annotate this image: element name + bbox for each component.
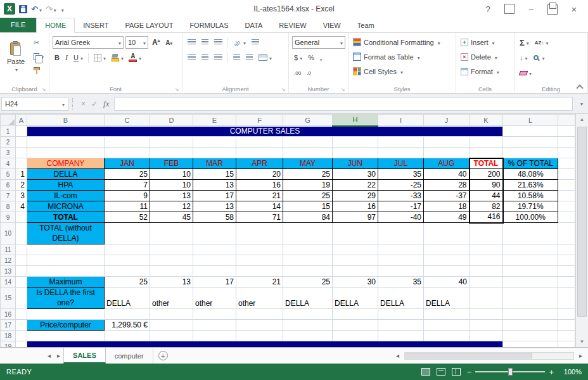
- cell-B19[interactable]: [27, 341, 503, 348]
- cell-B5[interactable]: DELLA: [27, 169, 105, 180]
- cell-G18[interactable]: [283, 331, 333, 341]
- cell-L2[interactable]: [503, 137, 558, 148]
- cell-D5[interactable]: 10: [150, 169, 193, 180]
- cell-D3[interactable]: [150, 148, 193, 158]
- cell-J13[interactable]: [424, 266, 470, 277]
- cell-D9[interactable]: 45: [150, 212, 193, 223]
- cell-F15[interactable]: other: [236, 288, 283, 309]
- cell-G8[interactable]: 15: [283, 201, 333, 212]
- cell-C17[interactable]: 1,299.50 €: [105, 320, 150, 331]
- scroll-down-icon[interactable]: ▼: [580, 336, 585, 347]
- cell-A13[interactable]: [16, 266, 27, 277]
- cell-J7[interactable]: -37: [424, 191, 470, 201]
- new-sheet-icon[interactable]: +: [158, 351, 168, 360]
- cell-A7[interactable]: 3: [16, 191, 27, 201]
- autosum-button[interactable]: Σ: [518, 36, 531, 49]
- cell-F14[interactable]: 21: [236, 277, 283, 288]
- row-header-16[interactable]: 16: [1, 309, 16, 320]
- cell-I17[interactable]: [378, 320, 424, 331]
- paste-button[interactable]: Paste: [3, 40, 29, 73]
- format-button[interactable]: Format: [459, 64, 511, 79]
- column-header-I[interactable]: I: [378, 115, 424, 126]
- decrease-font-button[interactable]: A: [163, 36, 174, 49]
- font-dialog-launcher-icon[interactable]: ↘: [174, 86, 180, 92]
- cell-H4[interactable]: JUN: [333, 158, 378, 169]
- cell-H14[interactable]: 30: [333, 277, 378, 288]
- sheet-tab-sales[interactable]: SALES: [63, 348, 106, 364]
- column-header-D[interactable]: D: [150, 115, 193, 126]
- tab-insert[interactable]: INSERT: [75, 18, 117, 32]
- cell-A14[interactable]: [16, 277, 27, 288]
- cell-B10[interactable]: TOTAL (without DELLA): [27, 223, 105, 244]
- comma-style-button[interactable]: ,: [318, 51, 324, 64]
- italic-button[interactable]: I: [63, 51, 70, 64]
- cell-H18[interactable]: [333, 331, 378, 341]
- row-header-11[interactable]: 11: [1, 244, 16, 255]
- cell-C3[interactable]: [105, 148, 150, 158]
- merge-center-button[interactable]: [257, 51, 274, 64]
- cell-I14[interactable]: 35: [378, 277, 424, 288]
- hscroll-right-icon[interactable]: ▸: [576, 352, 585, 359]
- name-box-dropdown-icon[interactable]: [61, 100, 65, 108]
- cell-F16[interactable]: [236, 309, 283, 320]
- cell-K8[interactable]: 82: [470, 201, 503, 212]
- horizontal-scroll-thumb[interactable]: [406, 353, 532, 358]
- cell-G6[interactable]: 19: [283, 180, 333, 191]
- cell-D6[interactable]: 10: [150, 180, 193, 191]
- horizontal-scrollbar[interactable]: ◂ ▸: [384, 348, 588, 364]
- bold-button[interactable]: B: [53, 51, 61, 64]
- cell-D11[interactable]: [150, 244, 193, 255]
- hscroll-left-icon[interactable]: ◂: [393, 352, 402, 359]
- zoom-level[interactable]: 100%: [560, 368, 582, 376]
- column-header-B[interactable]: B: [27, 115, 105, 126]
- column-header-H[interactable]: H: [333, 115, 378, 126]
- cell-A4[interactable]: [16, 158, 27, 169]
- cell-B13[interactable]: [27, 266, 105, 277]
- row-header-12[interactable]: 12: [1, 255, 16, 266]
- cell-A2[interactable]: [16, 137, 27, 148]
- cell-C4[interactable]: JAN: [105, 158, 150, 169]
- cell-F10[interactable]: [236, 223, 283, 244]
- cell-A11[interactable]: [16, 244, 27, 255]
- cell-B7[interactable]: IL-com: [27, 191, 105, 201]
- orientation-button[interactable]: [231, 36, 248, 49]
- cell-E18[interactable]: [193, 331, 236, 341]
- cell-H12[interactable]: [333, 255, 378, 266]
- number-dialog-launcher-icon[interactable]: ↘: [340, 86, 346, 92]
- cell-J3[interactable]: [424, 148, 470, 158]
- row-header-2[interactable]: 2: [1, 137, 16, 148]
- column-header-A[interactable]: A: [16, 115, 27, 126]
- maximize-icon[interactable]: [547, 4, 558, 14]
- cell-E11[interactable]: [193, 244, 236, 255]
- minimize-icon[interactable]: –: [526, 4, 536, 14]
- cell-K10[interactable]: [470, 223, 503, 244]
- cell-L5[interactable]: 48.08%: [503, 169, 558, 180]
- cell-D17[interactable]: [150, 320, 193, 331]
- cell-C10[interactable]: [105, 223, 150, 244]
- cell-H8[interactable]: 16: [333, 201, 378, 212]
- select-all-button[interactable]: [1, 115, 16, 126]
- cell-C8[interactable]: 11: [105, 201, 150, 212]
- cell-J17[interactable]: [424, 320, 470, 331]
- align-left-button[interactable]: [186, 51, 198, 64]
- delete-button[interactable]: Delete: [459, 49, 511, 64]
- close-icon[interactable]: ×: [569, 4, 579, 14]
- cancel-icon[interactable]: ×: [81, 99, 86, 108]
- cell-L9[interactable]: 100.00%: [503, 212, 558, 223]
- tab-page-layout[interactable]: PAGE LAYOUT: [117, 18, 181, 32]
- cell-L15[interactable]: [503, 288, 558, 309]
- cell-A10[interactable]: [16, 223, 27, 244]
- cell-G10[interactable]: [283, 223, 333, 244]
- cell-B8[interactable]: MICRONA: [27, 201, 105, 212]
- cell-C5[interactable]: 25: [105, 169, 150, 180]
- cell-D10[interactable]: [150, 223, 193, 244]
- cell-C13[interactable]: [105, 266, 150, 277]
- cell-E17[interactable]: [193, 320, 236, 331]
- copy-button[interactable]: [32, 50, 46, 63]
- row-header-13[interactable]: 13: [1, 266, 16, 277]
- cell-H13[interactable]: [333, 266, 378, 277]
- cell-K11[interactable]: [470, 244, 503, 255]
- cell-C16[interactable]: [105, 309, 150, 320]
- cell-D18[interactable]: [150, 331, 193, 341]
- cell-K7[interactable]: 44: [470, 191, 503, 201]
